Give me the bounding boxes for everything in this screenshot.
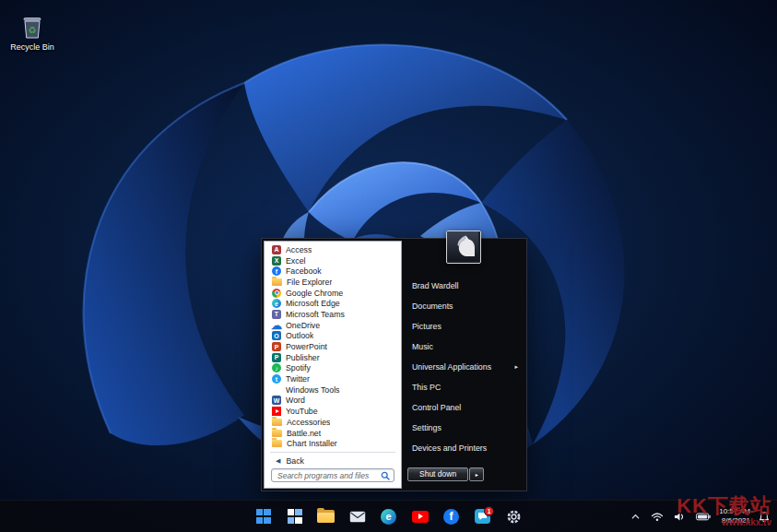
start-menu-item-label: Music [412, 342, 433, 351]
start-menu-item-music[interactable]: Music [402, 337, 524, 357]
outlook-icon: O [272, 331, 281, 340]
program-item-powerpoint[interactable]: P PowerPoint [269, 341, 399, 352]
wifi-icon[interactable] [649, 510, 665, 524]
submenu-arrow-icon: ▸ [476, 471, 478, 478]
program-item-publisher[interactable]: P Publisher [269, 352, 399, 363]
mail-button[interactable] [346, 504, 370, 528]
start11-tiles-icon [288, 509, 302, 524]
taskbar: ef1 [0, 500, 777, 532]
program-label: Twitter [286, 374, 310, 384]
youtube-icon [272, 407, 281, 416]
start-menu-item-universal-applications[interactable]: Universal Applications ▸ [402, 357, 524, 377]
twitter-icon: t [272, 374, 281, 384]
start-menu-item-label: This PC [412, 383, 441, 392]
edge-logo-icon: e [381, 509, 396, 525]
start-menu-item-devices-and-printers[interactable]: Devices and Printers [402, 438, 524, 458]
file-explorer-button[interactable] [314, 504, 338, 528]
taskbar-center-icons: ef1 [252, 501, 526, 532]
teams-icon: T [272, 310, 281, 319]
program-item-accessories[interactable]: Accessories [269, 417, 399, 428]
user-avatar[interactable] [446, 231, 481, 264]
search-box [271, 468, 394, 482]
program-item-youtube[interactable]: YouTube [269, 406, 399, 417]
recycle-bin-label: Recycle Bin [6, 42, 59, 52]
program-label: Excel [286, 256, 306, 266]
access-icon: A [272, 245, 281, 254]
start-menu-item-this-pc[interactable]: This PC [402, 377, 524, 397]
desktop: ♻ Recycle Bin A Access X Excel f Faceboo… [0, 0, 777, 532]
program-item-onedrive[interactable]: ☁ OneDrive [269, 320, 399, 331]
program-item-spotify[interactable]: ♪ Spotify [269, 363, 399, 374]
start-button[interactable] [252, 504, 276, 528]
chart-installer-folder-icon [272, 440, 282, 447]
edge-button[interactable]: e [377, 504, 401, 528]
start-menu-item-label: Brad Wardell [412, 281, 459, 290]
back-item[interactable]: ◀ Back [265, 455, 401, 467]
start-menu-item-control-panel[interactable]: Control Panel [402, 397, 524, 418]
clock[interactable]: 10:57 AM 8/6/2021 [719, 507, 750, 526]
divider [270, 452, 395, 453]
notification-badge: 1 [484, 506, 494, 516]
start-menu-programs-panel: A Access X Excel f Facebook File Explore… [264, 241, 402, 489]
program-label: YouTube [286, 407, 318, 416]
shutdown-button[interactable]: Shut down [407, 467, 468, 481]
system-tray: 10:57 AM 8/6/2021 [629, 501, 771, 532]
start11-button[interactable] [283, 504, 307, 528]
notification-bell-icon[interactable] [757, 509, 771, 525]
powerpoint-icon: P [272, 342, 281, 351]
program-item-word[interactable]: W Word [269, 396, 399, 407]
windows-logo-icon [256, 509, 271, 524]
program-item-chart-installer[interactable]: Chart Installer [269, 438, 399, 449]
program-list: A Access X Excel f Facebook File Explore… [265, 242, 401, 449]
program-label: Windows Tools [286, 385, 340, 395]
recycle-bin[interactable]: ♻ Recycle Bin [6, 13, 59, 52]
start-menu-right-list: Brad Wardell Documents Pictures Music Un… [402, 276, 524, 458]
youtube-logo-icon [412, 511, 429, 523]
youtube-button[interactable] [408, 504, 432, 528]
file-explorer-icon [272, 278, 282, 286]
facebook-logo-icon: f [443, 509, 459, 525]
program-item-access[interactable]: A Access [269, 244, 399, 255]
program-item-excel[interactable]: X Excel [269, 255, 399, 266]
svg-text:♻: ♻ [29, 25, 37, 35]
start-menu-item-label: Devices and Printers [412, 443, 487, 453]
volume-icon[interactable] [672, 510, 688, 524]
program-item-file-explorer[interactable]: File Explorer [269, 277, 399, 288]
program-item-outlook[interactable]: O Outlook [269, 331, 399, 342]
recycle-bin-icon: ♻ [6, 13, 59, 41]
program-label: Facebook [286, 266, 322, 276]
program-item-windows-tools[interactable]: Windows Tools [269, 384, 399, 396]
battery-icon[interactable] [694, 511, 712, 523]
shutdown-options-arrow[interactable]: ▸ [469, 467, 484, 481]
program-label: Google Chrome [286, 289, 343, 298]
program-item-twitter[interactable]: t Twitter [269, 373, 399, 384]
battlenet-folder-icon [272, 430, 282, 437]
program-item-facebook[interactable]: f Facebook [269, 266, 399, 277]
back-label: Back [286, 456, 304, 466]
start-menu-item-label: Pictures [412, 322, 441, 331]
search-input[interactable] [276, 471, 381, 480]
excel-icon: X [272, 256, 281, 266]
start-menu-item-documents[interactable]: Documents [402, 296, 524, 316]
program-label: Spotify [286, 363, 311, 372]
program-label: Battle.net [287, 429, 321, 438]
program-label: OneDrive [286, 321, 320, 330]
start-menu: A Access X Excel f Facebook File Explore… [261, 238, 527, 491]
program-label: Microsoft Edge [286, 299, 340, 308]
start-menu-item-settings[interactable]: Settings [402, 418, 524, 438]
accessories-folder-icon [272, 419, 282, 426]
shutdown-row: Shut down ▸ [407, 467, 484, 481]
tray-chevron-icon[interactable] [629, 510, 642, 524]
program-item-battle-net[interactable]: Battle.net [269, 428, 399, 439]
program-item-microsoft-edge[interactable]: e Microsoft Edge [269, 298, 399, 309]
program-item-google-chrome[interactable]: Google Chrome [269, 288, 399, 299]
settings-button[interactable] [502, 504, 526, 528]
start-menu-item-pictures[interactable]: Pictures [402, 316, 524, 337]
tray-date: 8/6/2021 [719, 516, 750, 526]
program-label: Word [286, 396, 305, 405]
chat-button[interactable]: 1 [471, 504, 495, 528]
start-menu-item-brad-wardell[interactable]: Brad Wardell [402, 276, 524, 296]
program-item-microsoft-teams[interactable]: T Microsoft Teams [269, 309, 399, 320]
facebook-button[interactable]: f [440, 504, 464, 528]
word-icon: W [272, 396, 281, 405]
